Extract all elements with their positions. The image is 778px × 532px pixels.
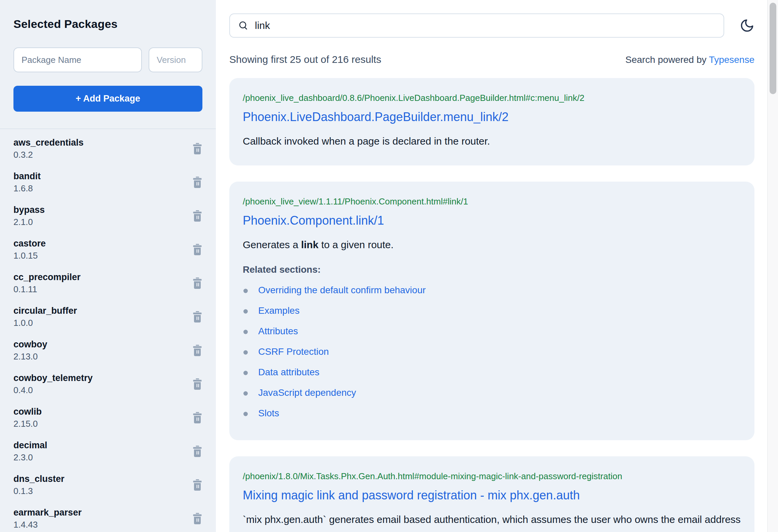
related-section-link[interactable]: Data attributes (258, 367, 319, 377)
results-list: /phoenix_live_dashboard/0.8.6/Phoenix.Li… (229, 78, 754, 532)
package-list-item: earmark_parser 1.4.43 (13, 502, 202, 532)
version-input[interactable] (149, 47, 202, 72)
result-card[interactable]: /phoenix_live_view/1.1.11/Phoenix.Compon… (229, 182, 754, 440)
results-summary: Showing first 25 out of 216 results (229, 54, 381, 65)
related-section-item: JavaScript dependency (243, 383, 741, 404)
package-version: 2.1.0 (13, 216, 45, 228)
related-section-item: Examples (243, 301, 741, 321)
result-path: /phoenix_live_view/1.1.11/Phoenix.Compon… (243, 196, 741, 207)
add-package-form (13, 47, 202, 72)
package-name: aws_credentials (13, 137, 84, 148)
package-list-item: circular_buffer 1.0.0 (13, 300, 202, 334)
result-description: Callback invoked when a page is declared… (243, 133, 741, 149)
package-list-item: cc_precompiler 0.1.11 (13, 266, 202, 300)
remove-package-button[interactable] (192, 479, 202, 491)
package-name: castore (13, 238, 46, 249)
selected-packages-sidebar: Selected Packages + Add Package aws_cred… (0, 0, 216, 532)
add-package-button[interactable]: + Add Package (13, 86, 202, 112)
sidebar-title: Selected Packages (13, 17, 202, 31)
package-name: dns_cluster (13, 473, 65, 485)
package-name-input[interactable] (13, 47, 142, 72)
package-version: 0.1.11 (13, 283, 81, 295)
package-list-item: dns_cluster 0.1.3 (13, 468, 202, 502)
trash-icon (192, 446, 202, 457)
remove-package-button[interactable] (192, 177, 202, 188)
trash-icon (192, 277, 202, 289)
results-summary-row: Showing first 25 out of 216 results Sear… (229, 54, 754, 65)
package-name: bypass (13, 204, 45, 216)
trash-icon (192, 479, 202, 491)
package-list-item: aws_credentials 0.3.2 (13, 132, 202, 165)
search-input[interactable] (255, 20, 715, 31)
search-box[interactable] (229, 13, 724, 38)
search-row (229, 13, 754, 38)
theme-toggle-button[interactable] (740, 18, 754, 33)
result-card[interactable]: /phoenix/1.8.0/Mix.Tasks.Phx.Gen.Auth.ht… (229, 456, 754, 532)
related-section-item: Attributes (243, 321, 741, 342)
scrollbar-thumb[interactable] (770, 3, 776, 94)
typesense-link[interactable]: Typesense (709, 54, 754, 65)
package-name: cc_precompiler (13, 271, 81, 283)
package-version: 2.15.0 (13, 418, 42, 429)
package-name: earmark_parser (13, 507, 82, 518)
related-section-item: Slots (243, 404, 741, 424)
trash-icon (192, 345, 202, 356)
result-path: /phoenix/1.8.0/Mix.Tasks.Phx.Gen.Auth.ht… (243, 471, 741, 482)
remove-package-button[interactable] (192, 143, 202, 154)
package-list-item: decimal 2.3.0 (13, 434, 202, 468)
package-list-item: cowboy_telemetry 0.4.0 (13, 367, 202, 401)
package-name: cowlib (13, 406, 42, 417)
package-name: cowboy_telemetry (13, 372, 93, 384)
package-name: circular_buffer (13, 305, 77, 316)
related-section-link[interactable]: JavaScript dependency (258, 387, 356, 398)
related-section-link[interactable]: Overriding the default confirm behaviour (258, 285, 426, 295)
remove-package-button[interactable] (192, 311, 202, 322)
package-version: 0.4.0 (13, 384, 93, 396)
package-version: 1.6.8 (13, 183, 41, 194)
package-version: 2.13.0 (13, 351, 47, 362)
result-path: /phoenix_live_dashboard/0.8.6/Phoenix.Li… (243, 93, 741, 103)
package-version: 1.4.43 (13, 519, 82, 530)
remove-package-button[interactable] (192, 345, 202, 356)
remove-package-button[interactable] (192, 412, 202, 423)
package-list-item: castore 1.0.15 (13, 233, 202, 266)
vertical-scrollbar[interactable] (767, 0, 778, 532)
package-list-item: cowboy 2.13.0 (13, 334, 202, 367)
trash-icon (192, 378, 202, 390)
result-title-link[interactable]: Mixing magic link and password registrat… (243, 488, 580, 502)
package-name: bandit (13, 170, 41, 182)
sidebar-divider (0, 128, 216, 129)
trash-icon (192, 412, 202, 423)
result-card[interactable]: /phoenix_live_dashboard/0.8.6/Phoenix.Li… (229, 78, 754, 165)
package-name: cowboy (13, 339, 47, 350)
related-section-item: Overriding the default confirm behaviour (243, 280, 741, 301)
related-section-link[interactable]: Attributes (258, 326, 298, 336)
related-section-item: Data attributes (243, 363, 741, 383)
selected-packages-list: aws_credentials 0.3.2 bandit 1.6.8 bypas… (13, 132, 202, 532)
result-description: Generates a link to a given route. (243, 236, 741, 253)
related-section-link[interactable]: CSRF Protection (258, 346, 329, 357)
remove-package-button[interactable] (192, 244, 202, 255)
package-version: 1.0.0 (13, 317, 77, 329)
package-list-item: bandit 1.6.8 (13, 165, 202, 199)
result-title-link[interactable]: Phoenix.LiveDashboard.PageBuilder.menu_l… (243, 110, 509, 124)
powered-by: Search powered by Typesense (625, 54, 754, 65)
trash-icon (192, 244, 202, 255)
remove-package-button[interactable] (192, 378, 202, 390)
package-list-item: cowlib 2.15.0 (13, 401, 202, 434)
remove-package-button[interactable] (192, 513, 202, 524)
package-name: decimal (13, 440, 47, 451)
remove-package-button[interactable] (192, 210, 202, 222)
trash-icon (192, 311, 202, 322)
remove-package-button[interactable] (192, 277, 202, 289)
related-sections-label: Related sections: (243, 264, 741, 275)
related-section-link[interactable]: Examples (258, 305, 300, 316)
related-section-item: CSRF Protection (243, 342, 741, 363)
remove-package-button[interactable] (192, 446, 202, 457)
related-sections-list: Overriding the default confirm behaviour… (243, 280, 741, 424)
trash-icon (192, 513, 202, 524)
related-section-link[interactable]: Slots (258, 408, 279, 418)
trash-icon (192, 177, 202, 188)
moon-icon (740, 18, 754, 33)
result-title-link[interactable]: Phoenix.Component.link/1 (243, 214, 384, 228)
